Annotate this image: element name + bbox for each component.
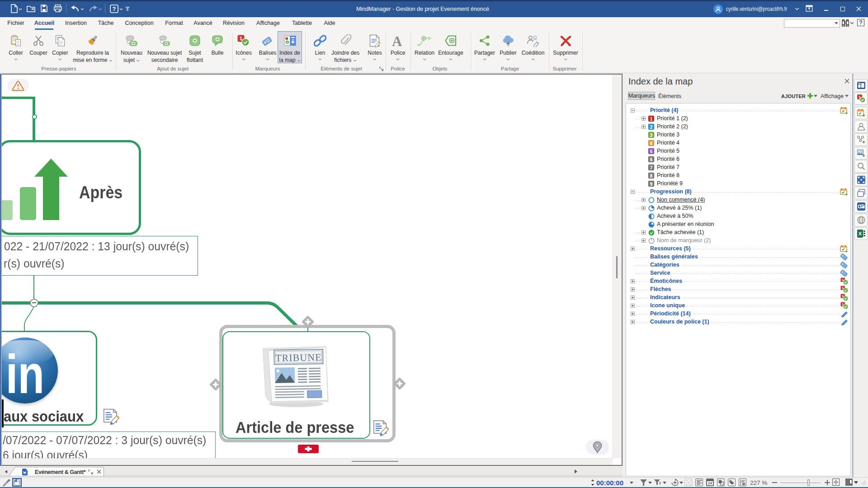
svg-text:TRIBUNE: TRIBUNE — [275, 352, 322, 364]
svg-text:X: X — [859, 231, 862, 236]
